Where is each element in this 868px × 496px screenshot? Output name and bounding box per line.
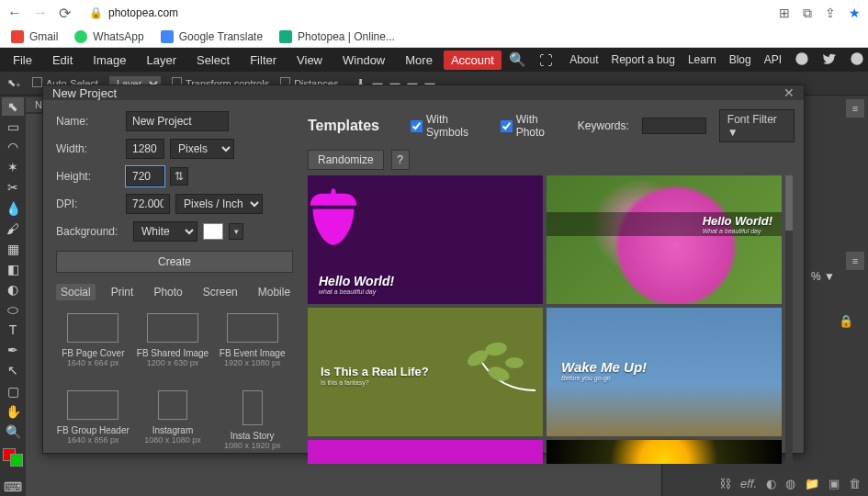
reddit-icon[interactable]	[795, 51, 809, 69]
background-color[interactable]	[10, 454, 23, 467]
blur-tool[interactable]: ⬭	[2, 300, 24, 319]
twitter-icon[interactable]	[822, 51, 837, 69]
template-item[interactable]: Wake Me Up!Before you go-go	[547, 308, 782, 436]
menu-window[interactable]: Window	[333, 50, 394, 71]
fullscreen-icon[interactable]: ⛶	[534, 52, 558, 68]
panel-tab-icon[interactable]: ≡	[846, 99, 864, 118]
trash-icon[interactable]: 🗑	[849, 477, 861, 490]
preset-item[interactable]: Insta Story1080 x 1920 px	[215, 387, 289, 464]
template-item[interactable]: Hello World!what a beautiful day	[308, 175, 543, 304]
preset-item[interactable]: FB Group Header1640 x 856 px	[56, 387, 130, 464]
link-api[interactable]: API	[764, 53, 782, 66]
hand-tool[interactable]: ✋	[2, 402, 24, 421]
keywords-input[interactable]	[642, 118, 706, 134]
stamp-tool[interactable]: ▦	[2, 240, 24, 258]
quickmask-tool[interactable]: ⌨	[2, 478, 24, 496]
link-blog[interactable]: Blog	[729, 53, 751, 66]
marquee-tool[interactable]: ▭	[2, 118, 24, 136]
template-item[interactable]: Is This a Real Life?Is this a fantasy?	[308, 308, 543, 436]
preset-item[interactable]: FB Page Cover1640 x 664 px	[56, 310, 130, 381]
back-icon[interactable]: ←	[7, 5, 22, 21]
brush-tool[interactable]: 🖌	[2, 220, 24, 238]
templates-scrollbar[interactable]	[785, 175, 793, 464]
preset-tab-mobile[interactable]: Mobile	[254, 284, 295, 300]
folder-icon[interactable]: 📁	[805, 477, 819, 490]
link-learn[interactable]: Learn	[688, 53, 716, 66]
menu-filter[interactable]: Filter	[241, 50, 286, 71]
width-unit-select[interactable]: Pixels	[170, 139, 234, 159]
template-item[interactable]	[547, 440, 782, 464]
menu-account[interactable]: Account	[444, 51, 502, 70]
preset-item[interactable]: FB Event Image1920 x 1080 px	[215, 310, 289, 381]
new-tab-icon[interactable]: ⧉	[803, 6, 812, 21]
name-input[interactable]	[126, 111, 229, 131]
templates-panel: Templates With Symbols With Photo Keywor…	[302, 100, 804, 471]
bookmark-whatsapp[interactable]: WhatsApp	[74, 30, 143, 43]
menu-more[interactable]: More	[396, 50, 442, 71]
preset-item[interactable]: Instagram1080 x 1080 px	[136, 387, 210, 464]
menu-edit[interactable]: Edit	[43, 50, 82, 71]
new-layer-icon[interactable]: ▣	[829, 477, 840, 490]
shape-tool[interactable]: ▢	[2, 382, 24, 400]
preset-tab-social[interactable]: Social	[56, 284, 96, 300]
bg-color-swatch[interactable]	[203, 223, 223, 240]
dpi-input[interactable]	[126, 194, 170, 214]
pen-tool[interactable]: ✒	[2, 341, 24, 359]
panel-tab-icon[interactable]: ≡	[846, 252, 864, 270]
facebook-icon[interactable]	[850, 51, 864, 69]
height-input[interactable]	[126, 166, 164, 186]
share-icon[interactable]: ⇪	[825, 6, 836, 21]
bookmark-translate[interactable]: Google Translate	[161, 30, 263, 43]
swap-dims-button[interactable]: ⇅	[170, 167, 188, 186]
create-button[interactable]: Create	[56, 251, 293, 273]
lock-icon[interactable]: 🔒	[839, 314, 853, 328]
crop-tool[interactable]: ✂	[2, 178, 24, 197]
help-button[interactable]: ?	[391, 150, 410, 170]
menu-image[interactable]: Image	[84, 50, 135, 71]
eyedropper-tool[interactable]: 💧	[2, 199, 24, 218]
opacity-value[interactable]: % ▼	[811, 270, 835, 283]
bookmark-star-icon[interactable]: ★	[849, 6, 861, 21]
dpi-unit-select[interactable]: Pixels / Inch	[175, 194, 263, 214]
mask-icon[interactable]: ◐	[766, 477, 776, 490]
menu-layer[interactable]: Layer	[138, 50, 186, 71]
fx-icon[interactable]: eff.	[740, 477, 757, 490]
install-icon[interactable]: ⊞	[779, 6, 790, 21]
link-about[interactable]: About	[569, 53, 598, 66]
menu-select[interactable]: Select	[187, 50, 239, 71]
template-item[interactable]: Hello World!What a beautiful day	[547, 175, 782, 304]
close-icon[interactable]: ✕	[783, 85, 795, 100]
lasso-tool[interactable]: ◠	[2, 138, 24, 156]
link-icon[interactable]: ⛓	[719, 477, 731, 490]
eraser-tool[interactable]: ◧	[2, 260, 24, 278]
forward-icon[interactable]: →	[33, 5, 48, 21]
bg-color-dropdown[interactable]: ▾	[229, 223, 243, 240]
reload-icon[interactable]: ⟳	[59, 5, 71, 22]
zoom-tool[interactable]: 🔍	[2, 423, 24, 441]
width-input[interactable]	[126, 139, 164, 159]
with-photo-checkbox[interactable]: With Photo	[501, 113, 565, 139]
dialog-titlebar[interactable]: New Project ✕	[43, 85, 804, 100]
font-filter-button[interactable]: Font Filter ▼	[719, 109, 795, 142]
randomize-button[interactable]: Randomize	[308, 150, 384, 170]
gradient-tool[interactable]: ◐	[2, 280, 24, 299]
preset-tab-photo[interactable]: Photo	[149, 284, 186, 300]
search-icon[interactable]: 🔍	[503, 51, 532, 68]
type-tool[interactable]: T	[2, 321, 24, 339]
menu-view[interactable]: View	[287, 50, 332, 71]
bookmark-gmail[interactable]: Gmail	[11, 30, 58, 43]
link-report[interactable]: Report a bug	[612, 53, 675, 66]
template-item[interactable]	[308, 440, 543, 464]
wand-tool[interactable]: ✶	[2, 158, 24, 176]
preset-tab-screen[interactable]: Screen	[198, 284, 242, 300]
menu-file[interactable]: File	[4, 50, 41, 71]
path-tool[interactable]: ↖	[2, 361, 24, 379]
preset-tab-print[interactable]: Print	[107, 284, 139, 300]
with-symbols-checkbox[interactable]: With Symbols	[411, 113, 488, 139]
address-bar[interactable]: 🔒 photopea.com	[89, 6, 178, 19]
bookmark-photopea[interactable]: Photopea | Online...	[279, 30, 395, 43]
bg-select[interactable]: White	[133, 221, 197, 242]
adjust-icon[interactable]: ◍	[785, 477, 795, 490]
move-tool[interactable]: ⬉	[2, 97, 24, 116]
preset-item[interactable]: FB Shared Image1200 x 630 px	[136, 310, 210, 381]
